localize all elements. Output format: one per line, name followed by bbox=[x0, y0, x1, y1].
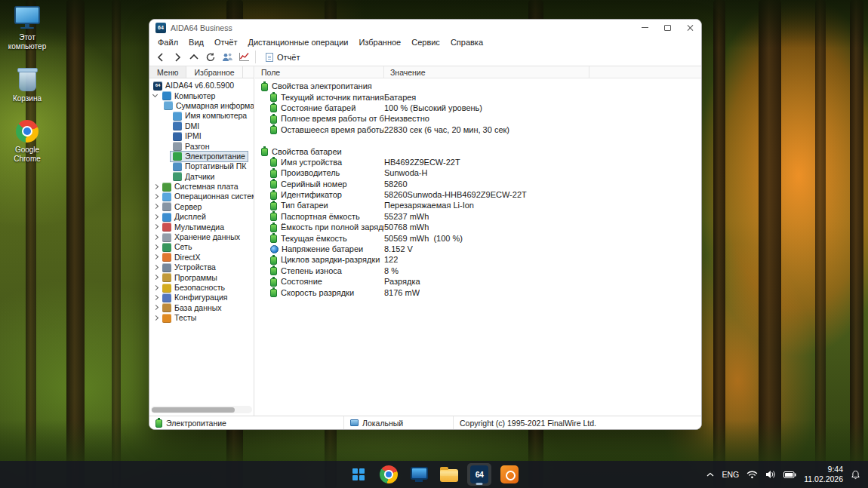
table-row[interactable]: Скорость разрядки8176 mW bbox=[255, 287, 701, 297]
table-row[interactable]: Паспортная ёмкость55237 mWh bbox=[255, 211, 701, 222]
close-button[interactable] bbox=[679, 20, 701, 35]
tree-item-os[interactable]: Операционная система bbox=[149, 192, 254, 201]
maximize-button[interactable] bbox=[656, 20, 679, 35]
tree-item-computer-name[interactable]: Имя компьютера bbox=[149, 111, 254, 121]
start-button[interactable] bbox=[346, 463, 371, 486]
taskbar-orange-app-button[interactable] bbox=[497, 463, 522, 486]
taskbar-chrome-button[interactable] bbox=[377, 463, 401, 486]
group-header-row[interactable]: Свойства батареи bbox=[255, 146, 701, 156]
desktop-icon-this-pc[interactable]: Этот компьютер bbox=[3, 6, 51, 51]
wifi-button[interactable] bbox=[746, 470, 758, 479]
scrollbar-thumb[interactable] bbox=[152, 407, 235, 413]
minimize-button[interactable] bbox=[633, 20, 656, 35]
chevron-right-icon[interactable] bbox=[151, 263, 160, 272]
tree-item-programs[interactable]: Программы bbox=[149, 272, 254, 282]
menu-item-2[interactable]: Отчёт bbox=[209, 38, 242, 47]
table-row[interactable]: Состояние батарей100 % (Высокий уровень) bbox=[255, 103, 701, 113]
chevron-right-icon[interactable] bbox=[151, 243, 160, 252]
refresh-button[interactable] bbox=[202, 50, 219, 65]
table-row[interactable]: Ёмкость при полной зарядке50768 mWh bbox=[255, 222, 701, 232]
tray-chevron-button[interactable] bbox=[706, 472, 714, 477]
table-row[interactable]: СостояниеРазрядка bbox=[255, 276, 701, 287]
tree-item-network[interactable]: Сеть bbox=[149, 242, 254, 252]
tree-item-dmi[interactable]: DMI bbox=[149, 121, 254, 131]
back-button[interactable] bbox=[152, 50, 169, 65]
group-header-row[interactable]: Свойства электропитания bbox=[255, 81, 701, 91]
taskbar-monitor-app-button[interactable] bbox=[407, 463, 431, 486]
tree-item-overclock[interactable]: Разгон bbox=[149, 141, 254, 151]
tree-item-computer[interactable]: Компьютер bbox=[149, 91, 254, 100]
tree-item-server[interactable]: Сервер bbox=[149, 202, 254, 212]
report-button[interactable]: Отчёт bbox=[259, 50, 306, 65]
remote-users-button[interactable] bbox=[219, 50, 235, 65]
table-row[interactable]: Циклов зарядки-разрядки122 bbox=[255, 254, 701, 265]
menu-item-3[interactable]: Дистанционные операции bbox=[242, 38, 353, 47]
tree-item-portable[interactable]: Портативный ПК bbox=[149, 161, 254, 171]
battery-status-button[interactable] bbox=[783, 471, 796, 478]
column-header-field[interactable]: Поле bbox=[255, 66, 384, 78]
sidebar-horizontal-scrollbar[interactable] bbox=[151, 406, 252, 413]
tree-item-security[interactable]: Безопасность bbox=[149, 283, 254, 293]
table-row[interactable]: Идентификатор58260Sunwoda-HHB4692Z9ECW-2… bbox=[255, 189, 701, 200]
notifications-button[interactable] bbox=[851, 470, 860, 480]
menu-item-1[interactable]: Вид bbox=[183, 38, 209, 47]
chevron-right-icon[interactable] bbox=[151, 223, 160, 232]
tree-item-tests[interactable]: Тесты bbox=[149, 313, 254, 323]
table-row[interactable]: Текущий источник питанияБатарея bbox=[255, 91, 701, 102]
tree-item-database[interactable]: База данных bbox=[149, 303, 254, 313]
table-row[interactable]: ПроизводительSunwoda-H bbox=[255, 167, 701, 178]
chevron-right-icon[interactable] bbox=[151, 293, 160, 302]
desktop-icon-recycle-bin[interactable]: Корзина bbox=[3, 68, 51, 103]
tree-item-storage[interactable]: Хранение данных bbox=[149, 232, 254, 242]
tab-menu[interactable]: Меню bbox=[149, 66, 186, 78]
up-button[interactable] bbox=[186, 50, 202, 65]
table-row[interactable]: Серийный номер58260 bbox=[255, 179, 701, 189]
table-row[interactable]: Полное время работы от бата...Неизвестно bbox=[255, 113, 701, 124]
tree-item-display[interactable]: Дисплей bbox=[149, 212, 254, 222]
chevron-right-icon[interactable] bbox=[151, 192, 160, 201]
tree-item-devices[interactable]: Устройства bbox=[149, 262, 254, 272]
taskbar-file-explorer-button[interactable] bbox=[437, 463, 461, 486]
tree-item-summary[interactable]: Суммарная информация bbox=[149, 101, 254, 111]
tree-item-directx[interactable]: DirectX bbox=[149, 253, 254, 262]
tree-item-root[interactable]: 64AIDA64 v6.60.5900 bbox=[149, 81, 254, 91]
graph-button[interactable] bbox=[235, 50, 252, 65]
table-row[interactable]: Степень износа8 % bbox=[255, 265, 701, 276]
chevron-right-icon[interactable] bbox=[151, 233, 160, 242]
chevron-right-icon[interactable] bbox=[151, 284, 160, 293]
field-label: Текущая ёмкость bbox=[281, 233, 347, 244]
title-bar[interactable]: 64 AIDA64 Business bbox=[149, 20, 701, 35]
volume-button[interactable] bbox=[765, 470, 776, 479]
table-row[interactable]: Текущая ёмкость50569 mWh (100 %) bbox=[255, 232, 701, 243]
tree-item-sensors[interactable]: Датчики bbox=[149, 172, 254, 182]
language-indicator[interactable]: ENG bbox=[722, 470, 739, 479]
forward-button[interactable] bbox=[169, 50, 186, 65]
menu-item-6[interactable]: Справка bbox=[445, 38, 488, 47]
table-row[interactable]: Имя устройстваHB4692Z9ECW-22T bbox=[255, 157, 701, 167]
taskbar-aida64-button[interactable]: 64 bbox=[467, 463, 491, 486]
tab-favorites[interactable]: Избранное bbox=[186, 66, 242, 78]
chevron-right-icon[interactable] bbox=[151, 303, 160, 312]
taskbar-clock[interactable]: 9:44 11.02.2026 bbox=[804, 465, 843, 484]
chevron-right-icon[interactable] bbox=[151, 253, 160, 262]
tree-item-config[interactable]: Конфигурация bbox=[149, 293, 254, 302]
menu-item-0[interactable]: Файл bbox=[152, 38, 183, 47]
tree-item-power[interactable]: Электропитание bbox=[149, 152, 254, 161]
menu-item-5[interactable]: Сервис bbox=[406, 38, 445, 47]
chevron-right-icon[interactable] bbox=[151, 202, 160, 211]
menu-item-4[interactable]: Избранное bbox=[353, 38, 406, 47]
desktop-icon-google-chrome[interactable]: Google Chrome bbox=[3, 120, 51, 164]
column-header-value[interactable]: Значение bbox=[384, 66, 589, 78]
tree-item-ipmi[interactable]: IPMI bbox=[149, 131, 254, 141]
tree-item-motherboard[interactable]: Системная плата bbox=[149, 182, 254, 192]
tree-item-multimedia[interactable]: Мультимедиа bbox=[149, 222, 254, 232]
table-row[interactable]: Тип батареиПерезаряжаемая Li-Ion bbox=[255, 200, 701, 210]
table-row[interactable]: Напряжение батареи8.152 V bbox=[255, 244, 701, 254]
chevron-right-icon[interactable] bbox=[151, 273, 160, 282]
chevron-right-icon[interactable] bbox=[151, 314, 160, 323]
config-icon bbox=[162, 293, 171, 302]
table-row[interactable]: Оставшееся время работы от ...22830 сек … bbox=[255, 124, 701, 135]
chevron-down-icon[interactable] bbox=[151, 91, 160, 100]
chevron-right-icon[interactable] bbox=[151, 183, 160, 192]
chevron-right-icon[interactable] bbox=[151, 213, 160, 222]
